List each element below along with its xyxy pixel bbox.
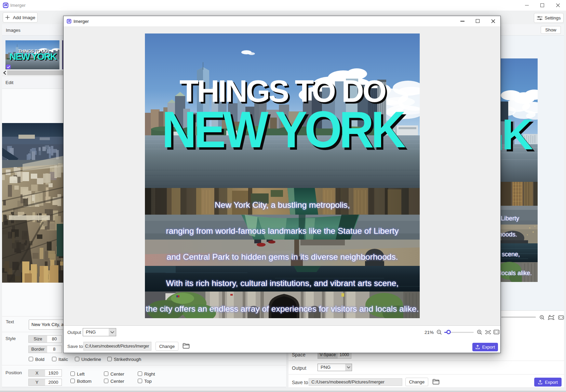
svg-text:NEW YORK: NEW YORK xyxy=(9,51,57,62)
